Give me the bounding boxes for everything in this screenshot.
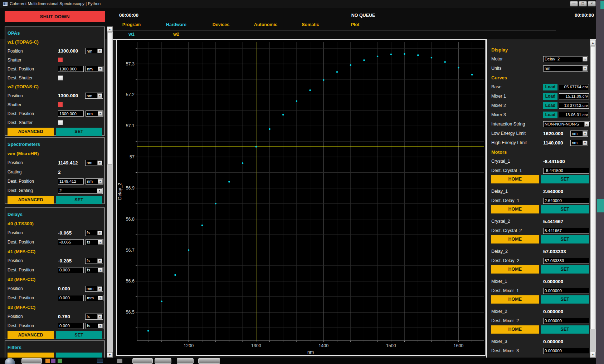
mixer3-curve-file-input[interactable] [559,112,589,118]
maximize-button[interactable]: ❐ [579,1,587,6]
dropdown-arrow-icon[interactable]: ▼ [97,286,102,291]
start-button[interactable] [5,358,15,364]
d0-dest-position-input[interactable] [58,239,84,245]
home-button[interactable]: HOME [491,295,539,304]
dropdown-arrow-icon[interactable]: ▼ [98,67,103,71]
mixer1-curve-file-input[interactable] [559,93,589,99]
d1-position-units-dropdown[interactable]: fs ▼ [85,258,103,264]
scroll-up-icon[interactable]: ▲ [590,40,596,45]
w2-dest-units-dropdown[interactable]: nm ▼ [86,110,103,117]
base-curve-file-input[interactable] [559,84,589,90]
dropdown-arrow-icon[interactable]: ▼ [97,314,102,319]
d2-dest-units-dropdown[interactable]: mm ▼ [86,295,103,301]
d0-position-units-dropdown[interactable]: fs ▼ [85,230,103,236]
w1-dest-units-dropdown[interactable]: nm ▼ [86,66,103,72]
dropdown-arrow-icon[interactable]: ▼ [98,324,103,328]
motor-dest-input[interactable] [543,198,589,204]
dropdown-arrow-icon[interactable]: ▼ [98,179,103,184]
w2-position-units-dropdown[interactable]: nm ▼ [85,93,103,99]
load-mixer3-button[interactable]: Load [543,112,557,118]
spectrometers-set-button[interactable]: SET [56,196,102,204]
minimize-button[interactable]: — [570,1,578,6]
tab-somatic[interactable]: Somatic [288,22,333,27]
motor-dest-input[interactable] [543,288,589,294]
dropdown-arrow-icon[interactable]: ▼ [98,296,103,300]
delays-set-button[interactable]: SET [56,331,102,339]
dropdown-arrow-icon[interactable]: ▼ [97,161,102,165]
delays-advanced-button[interactable]: ADVANCED [8,331,54,339]
set-button[interactable]: SET [541,295,589,304]
load-base-button[interactable]: Load [543,84,557,90]
left-scrollbar-thumb[interactable] [107,32,112,164]
d2-position-units-dropdown[interactable]: mm ▼ [85,286,103,292]
w2-dest-position-input[interactable] [58,110,84,117]
set-button[interactable]: SET [541,325,589,334]
d0-dest-units-dropdown[interactable]: fs ▼ [86,239,103,245]
taskbar-window-button[interactable] [132,358,153,364]
motor-dropdown[interactable]: Delay_2 ▼ [543,56,588,62]
load-mixer2-button[interactable]: Load [543,102,557,109]
set-button[interactable]: SET [541,235,589,244]
home-button[interactable]: HOME [491,235,539,244]
motor-dest-input[interactable] [543,258,589,264]
dropdown-arrow-icon[interactable]: ▼ [98,240,103,245]
desktop-shortcut-icon[interactable] [597,199,604,212]
w2-dest-shutter-checkbox[interactable] [58,120,63,125]
dropdown-arrow-icon[interactable]: ▼ [98,111,103,116]
units-dropdown[interactable]: nm ▼ [543,65,588,72]
dropdown-arrow-icon[interactable]: ▼ [97,188,102,193]
tab-autonomic[interactable]: Autonomic [243,22,288,27]
taskbar-window-button[interactable] [198,358,220,364]
dropdown-arrow-icon[interactable]: ▼ [583,57,588,62]
home-button[interactable]: HOME [491,205,539,213]
scroll-down-icon[interactable]: ▼ [107,352,113,358]
d1-dest-position-input[interactable] [58,267,84,273]
wm-dest-grating-dropdown[interactable]: 2 ▼ [58,188,103,194]
wm-dest-units-dropdown[interactable]: nm ▼ [86,178,103,185]
taskbar-app-icon[interactable] [117,359,122,363]
scroll-down-icon[interactable]: ▼ [590,352,596,357]
subtab-w2[interactable]: w2 [154,32,199,37]
tab-hardware[interactable]: Hardware [154,22,199,27]
set-button[interactable]: SET [541,265,589,274]
d1-dest-units-dropdown[interactable]: fs ▼ [86,267,103,273]
d3-dest-units-dropdown[interactable]: fs ▼ [86,323,103,329]
spectrometers-advanced-button[interactable]: ADVANCED [8,196,54,204]
d3-dest-position-input[interactable] [58,323,84,329]
load-mixer1-button[interactable]: Load [543,93,557,100]
shutdown-button[interactable]: SHUT DOWN [5,11,105,22]
set-button[interactable]: SET [541,205,589,213]
taskbar-window-button[interactable] [177,358,194,364]
w1-dest-position-input[interactable] [58,66,84,72]
right-scrollbar-thumb[interactable] [590,46,595,329]
motor-dest-input[interactable] [543,168,589,174]
low-energy-units-dropdown[interactable]: nm ▼ [570,131,588,137]
motor-dest-input[interactable] [543,318,589,324]
left-panel-scrollbar[interactable]: ▲ ▼ [107,26,113,358]
opas-set-button[interactable]: SET [56,128,102,136]
high-energy-units-dropdown[interactable]: nm ▼ [570,140,588,146]
taskbar-app-icon[interactable] [58,359,62,363]
motor-dest-input[interactable] [543,348,589,354]
dropdown-arrow-icon[interactable]: ▼ [584,122,589,127]
wm-position-units-dropdown[interactable]: nm ▼ [85,160,103,166]
motor-dest-input[interactable] [543,228,589,234]
interaction-string-dropdown[interactable]: NON-NON-NON-S ▼ [543,121,590,127]
tuning-curve-plot[interactable]: 56.556.656.756.856.95757.157.257.3120013… [116,39,486,356]
home-button[interactable]: HOME [491,175,539,183]
w1-position-units-dropdown[interactable]: nm ▼ [85,48,103,54]
taskbar-window-button[interactable] [155,358,171,364]
dropdown-arrow-icon[interactable]: ▼ [97,259,102,263]
motor-panel-scrollbar[interactable]: ▲ ▼ [590,40,596,358]
taskbar-app-icon[interactable] [45,359,50,363]
dropdown-arrow-icon[interactable]: ▼ [98,268,103,272]
w1-dest-shutter-checkbox[interactable] [58,75,63,80]
dropdown-arrow-icon[interactable]: ▼ [97,93,102,98]
tab-plot[interactable]: Plot [333,22,378,27]
dropdown-arrow-icon[interactable]: ▼ [97,49,102,53]
opas-advanced-button[interactable]: ADVANCED [8,128,54,136]
dropdown-arrow-icon[interactable]: ▼ [583,141,588,145]
dropdown-arrow-icon[interactable]: ▼ [97,231,102,235]
taskbar-app-icon[interactable] [97,359,103,363]
set-button[interactable]: SET [541,175,589,183]
